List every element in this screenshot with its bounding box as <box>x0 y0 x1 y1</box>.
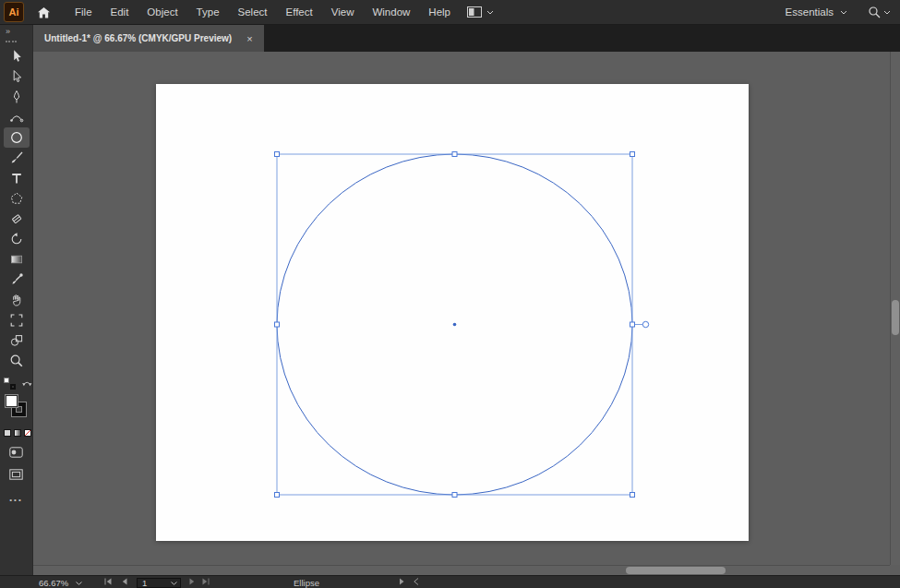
home-icon <box>37 6 51 18</box>
vertical-scrollbar-thumb[interactable] <box>892 300 899 335</box>
expand-toolbar-button[interactable]: » <box>0 25 32 38</box>
vertical-scrollbar[interactable] <box>890 52 900 565</box>
status-menu-arrow-left[interactable] <box>414 578 419 585</box>
arrange-documents-button[interactable] <box>467 6 494 18</box>
home-button[interactable] <box>37 6 51 18</box>
artboard[interactable] <box>156 84 749 541</box>
tool-list <box>0 46 32 371</box>
tools-panel: » <box>0 25 33 575</box>
toolbar-grip[interactable] <box>6 41 17 44</box>
topbar-right: Essentials <box>786 6 900 18</box>
app-logo-icon[interactable]: Ai <box>4 2 24 22</box>
pen-tool[interactable] <box>4 87 30 107</box>
artboard-tool-icon <box>9 313 24 328</box>
arrange-documents-icon <box>467 6 482 18</box>
first-artboard-button[interactable] <box>103 578 113 585</box>
artboard-number: 1 <box>142 578 147 588</box>
zoom-tool-icon <box>9 354 24 368</box>
menu-view[interactable]: View <box>322 0 364 24</box>
illustrator-window: Ai File Edit Object Type Select Effect V… <box>0 0 900 588</box>
rotate-tool[interactable] <box>4 229 30 249</box>
selection-tool[interactable] <box>4 46 30 66</box>
ellipse-tool[interactable] <box>4 127 30 148</box>
next-artboard-button[interactable] <box>188 578 196 585</box>
curvature-tool-icon <box>9 110 24 125</box>
menu-help[interactable]: Help <box>419 0 460 24</box>
right-arrow-icon <box>399 578 404 585</box>
shaper-tool-icon <box>9 191 24 206</box>
color-controls: ••• <box>0 377 32 504</box>
default-colors-icon[interactable] <box>4 378 16 390</box>
search-control[interactable] <box>868 6 891 18</box>
type-tool[interactable] <box>4 168 30 188</box>
status-display: Ellipse <box>294 578 319 588</box>
eraser-tool[interactable] <box>4 209 30 229</box>
paintbrush-tool-icon <box>9 150 24 165</box>
status-label: Ellipse <box>294 578 319 588</box>
hand-tool-icon <box>9 293 24 307</box>
previous-artboard-button[interactable] <box>121 578 128 585</box>
search-icon <box>868 6 881 18</box>
next-artboard-icon <box>188 578 196 585</box>
menu-object[interactable]: Object <box>138 0 186 24</box>
document-tab[interactable]: Untitled-1* @ 66.67% (CMYK/GPU Preview) … <box>33 25 264 52</box>
ellipse-tool-icon <box>9 130 24 145</box>
statusbar: 66.67% 1 <box>0 575 900 588</box>
type-tool-icon <box>9 171 24 186</box>
workspace-switcher[interactable]: Essentials <box>786 6 847 18</box>
menu-edit[interactable]: Edit <box>102 0 138 24</box>
direct-selection-tool-icon <box>9 69 24 84</box>
shaper-tool[interactable] <box>4 188 30 209</box>
status-menu-arrow-right[interactable] <box>399 578 404 585</box>
close-tab-icon[interactable]: × <box>246 33 252 44</box>
gradient-tool[interactable] <box>4 249 30 270</box>
rotate-tool-icon <box>9 232 24 246</box>
canvas[interactable] <box>33 52 900 575</box>
direct-selection-tool[interactable] <box>4 66 30 87</box>
pen-tool-icon <box>9 90 24 104</box>
zoom-value: 66.67% <box>39 578 68 588</box>
shape-builder-tool[interactable] <box>4 330 30 351</box>
zoom-tool[interactable] <box>4 351 30 371</box>
previous-artboard-icon <box>121 578 128 585</box>
left-arrow-icon <box>414 578 419 585</box>
eyedropper-tool[interactable] <box>4 270 30 290</box>
swap-colors-icon[interactable] <box>21 378 33 388</box>
last-artboard-button[interactable] <box>201 578 210 585</box>
none-button[interactable] <box>24 429 31 437</box>
chevron-down-icon <box>883 10 891 15</box>
color-button[interactable] <box>4 429 11 437</box>
gradient-tool-icon <box>9 252 24 267</box>
chevron-down-icon <box>76 582 82 585</box>
horizontal-scrollbar-thumb[interactable] <box>626 567 726 574</box>
menu-select[interactable]: Select <box>229 0 277 24</box>
menu-window[interactable]: Window <box>363 0 419 24</box>
first-artboard-icon <box>103 578 113 585</box>
artboard-tool[interactable] <box>4 310 30 330</box>
menu-items: File Edit Object Type Select Effect View… <box>66 0 460 24</box>
menu-file[interactable]: File <box>66 0 102 24</box>
chevron-down-icon <box>171 582 177 585</box>
workspace-label: Essentials <box>786 6 834 18</box>
shape-builder-tool-icon <box>9 333 24 348</box>
artboard-navigation-dropdown[interactable]: 1 <box>137 578 181 588</box>
horizontal-scrollbar[interactable] <box>33 565 890 575</box>
fill-swatch[interactable] <box>5 394 18 408</box>
edit-toolbar-button[interactable]: ••• <box>0 496 32 504</box>
last-artboard-icon <box>201 578 210 585</box>
document-tab-title: Untitled-1* @ 66.67% (CMYK/GPU Preview) <box>44 33 232 43</box>
curvature-tool[interactable] <box>4 107 30 127</box>
screen-mode-icon <box>9 469 23 480</box>
drawing-modes-icon <box>9 447 23 458</box>
selection-tool-icon <box>9 49 24 64</box>
drawing-modes-button[interactable] <box>9 446 24 459</box>
chevron-down-icon <box>486 10 494 15</box>
gradient-button[interactable] <box>14 429 21 437</box>
hand-tool[interactable] <box>4 290 30 310</box>
screen-mode-button[interactable] <box>9 468 24 481</box>
menu-type[interactable]: Type <box>187 0 229 24</box>
paintbrush-tool[interactable] <box>4 148 30 168</box>
zoom-dropdown[interactable]: 66.67% <box>39 578 82 588</box>
menu-effect[interactable]: Effect <box>277 0 322 24</box>
chevron-down-icon <box>840 10 847 15</box>
